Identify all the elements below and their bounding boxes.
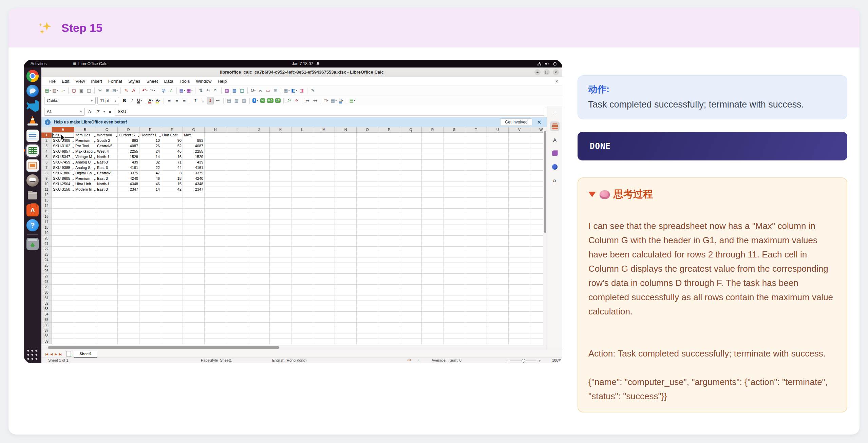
cell-M3[interactable]	[313, 143, 335, 149]
cell-H12[interactable]	[205, 192, 226, 198]
cell-W24[interactable]	[530, 257, 543, 263]
cell-H20[interactable]	[205, 236, 226, 241]
row-header-32[interactable]: 32	[41, 301, 52, 306]
cell-N6[interactable]	[335, 160, 357, 165]
cell-C30[interactable]	[96, 290, 118, 295]
cell-C14[interactable]	[96, 203, 118, 209]
cell-E29[interactable]	[139, 285, 161, 290]
cell-A5[interactable]: SKU-5347▸	[52, 154, 74, 160]
cell-V2[interactable]	[509, 138, 530, 143]
cell-A19[interactable]	[52, 230, 74, 236]
dropdown-arrow-icon[interactable]: ▾	[152, 99, 153, 102]
trash-icon[interactable]	[26, 238, 39, 250]
get-involved-button[interactable]: Get involved	[500, 118, 532, 126]
conditional-formatting-icon[interactable]: ▤▾	[349, 97, 356, 104]
cell-D11[interactable]: 2347	[118, 187, 139, 192]
cell-B34[interactable]	[74, 312, 96, 317]
cell-F18[interactable]	[161, 225, 183, 230]
cell-W14[interactable]	[530, 203, 543, 209]
cell-A37[interactable]	[52, 328, 74, 333]
libreoffice-impress-icon[interactable]	[26, 159, 39, 172]
horizontal-scrollbar-thumb[interactable]	[48, 346, 279, 349]
cell-M13[interactable]	[313, 198, 335, 203]
cell-O36[interactable]	[357, 323, 378, 328]
cell-H33[interactable]	[205, 306, 226, 312]
files-icon[interactable]	[26, 189, 39, 201]
headers-footers-icon[interactable]: ⊞	[272, 87, 279, 94]
cell-K2[interactable]	[270, 138, 291, 143]
cell-N12[interactable]	[335, 192, 357, 198]
cell-B32[interactable]	[74, 301, 96, 306]
cell-R4[interactable]	[422, 149, 444, 154]
close-document-icon[interactable]: ×	[555, 79, 558, 84]
row-header-16[interactable]: 16	[41, 214, 52, 219]
cell-P35[interactable]	[378, 317, 400, 323]
cell-M24[interactable]	[313, 257, 335, 263]
cell-M32[interactable]	[313, 301, 335, 306]
cell-R18[interactable]	[422, 225, 444, 230]
cell-S16[interactable]	[444, 214, 465, 219]
cell-E11[interactable]: 14	[139, 187, 161, 192]
cell-S2[interactable]	[444, 138, 465, 143]
cell-T35[interactable]	[465, 317, 487, 323]
cell-V19[interactable]	[509, 230, 530, 236]
cell-H26[interactable]	[205, 268, 226, 274]
cell-C29[interactable]	[96, 285, 118, 290]
cell-N37[interactable]	[335, 328, 357, 333]
cell-H4[interactable]	[205, 149, 226, 154]
cell-A24[interactable]	[52, 257, 74, 263]
cell-Q39[interactable]	[400, 339, 422, 344]
cell-I38[interactable]	[226, 333, 248, 339]
cell-R7[interactable]	[422, 165, 444, 171]
cell-M36[interactable]	[313, 323, 335, 328]
cell-B29[interactable]	[74, 285, 96, 290]
add-sheet-icon[interactable]	[66, 351, 71, 357]
cell-G36[interactable]	[183, 323, 205, 328]
cell-M12[interactable]	[313, 192, 335, 198]
cell-K31[interactable]	[270, 295, 291, 301]
activities-button[interactable]: Activities	[31, 61, 46, 66]
cell-S33[interactable]	[444, 306, 465, 312]
dropdown-arrow-icon[interactable]: ▾	[335, 99, 337, 102]
cell-K36[interactable]	[270, 323, 291, 328]
cell-J36[interactable]	[248, 323, 270, 328]
cell-E25[interactable]	[139, 263, 161, 268]
cell-T5[interactable]	[465, 154, 487, 160]
row-header-15[interactable]: 15	[41, 209, 52, 214]
cell-D35[interactable]	[118, 317, 139, 323]
cell-C36[interactable]	[96, 323, 118, 328]
cell-U15[interactable]	[487, 209, 509, 214]
cell-U34[interactable]	[487, 312, 509, 317]
row-header-24[interactable]: 24	[41, 257, 52, 263]
cell-E17[interactable]	[139, 219, 161, 225]
cell-Q17[interactable]	[400, 219, 422, 225]
cell-S30[interactable]	[444, 290, 465, 295]
sort-icon[interactable]: ⇅	[197, 87, 204, 94]
column-header-H[interactable]: H	[205, 127, 226, 133]
cell-O30[interactable]	[357, 290, 378, 295]
cell-F19[interactable]	[161, 230, 183, 236]
cell-B17[interactable]	[74, 219, 96, 225]
cell-J35[interactable]	[248, 317, 270, 323]
cell-D17[interactable]	[118, 219, 139, 225]
cell-U16[interactable]	[487, 214, 509, 219]
cell-U19[interactable]	[487, 230, 509, 236]
cell-J7[interactable]	[248, 165, 270, 171]
cell-K17[interactable]	[270, 219, 291, 225]
freeze-panes-icon[interactable]: ◧▾	[291, 87, 298, 94]
cell-S24[interactable]	[444, 257, 465, 263]
cell-N29[interactable]	[335, 285, 357, 290]
cell-H34[interactable]	[205, 312, 226, 317]
cell-G29[interactable]	[183, 285, 205, 290]
sum-icon[interactable]: Σ	[95, 109, 102, 114]
format-percent-icon[interactable]: %	[259, 97, 266, 104]
cell-Q3[interactable]	[400, 143, 422, 149]
cell-T31[interactable]	[465, 295, 487, 301]
cell-R5[interactable]	[422, 154, 444, 160]
cell-E39[interactable]	[139, 339, 161, 344]
cell-T16[interactable]	[465, 214, 487, 219]
cell-V29[interactable]	[509, 285, 530, 290]
cell-W27[interactable]	[530, 274, 543, 279]
dropdown-arrow-icon[interactable]: ▾	[50, 89, 51, 92]
print-icon[interactable]: ▣	[78, 87, 85, 94]
